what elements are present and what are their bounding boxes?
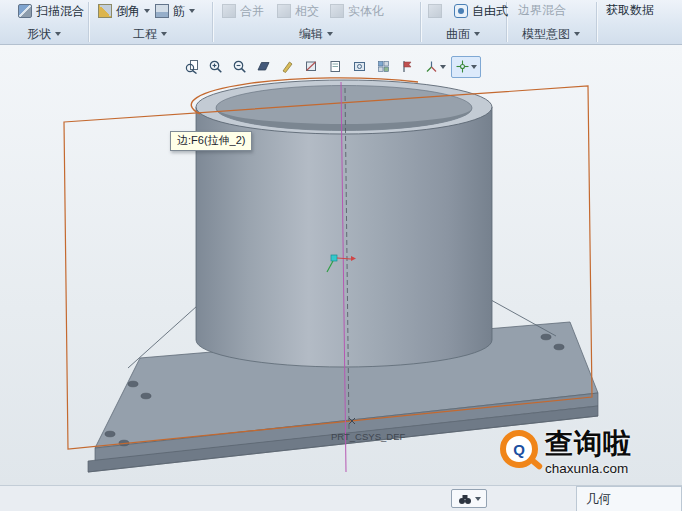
chevron-down-icon [161,32,167,36]
intersect-icon [277,4,291,18]
refit-icon [184,59,199,74]
graphics-toolbar [180,56,481,77]
ribbon-group-model-intent[interactable]: 模型意图 [506,26,596,42]
display-style-icon [256,59,271,74]
datum-display-button[interactable] [420,56,450,78]
datum-display-icon [424,59,439,74]
annotations-button[interactable] [396,56,419,78]
status-bar: 几何 [0,485,682,511]
chevron-down-icon [189,9,195,13]
section-button[interactable] [300,56,323,78]
ribbon: 扫描混合 倒角 筋 合并 相交 实体化 自由式 [0,0,682,45]
merge-icon [222,4,236,18]
watermark-title: 查询啦 [545,430,632,459]
ribbon-group-surface[interactable]: 曲面 [420,26,506,42]
saved-views-button[interactable] [324,56,347,78]
selection-filter-dropdown[interactable]: 几何 [576,486,682,511]
chevron-down-icon [574,32,580,36]
edge-selection-tooltip: 边:F6(拉伸_2) [170,131,252,151]
spin-center-icon [455,59,470,74]
3d-viewport[interactable]: PRT_CSYS_DEF [0,44,682,485]
repaint-icon [280,59,295,74]
freestyle-button[interactable]: 自由式 [450,1,512,21]
watermark: Q 查询啦 chaxunla.com [500,430,632,475]
chevron-down-icon [471,65,477,69]
solidify-button[interactable]: 实体化 [326,1,388,21]
ribbon-group-shape[interactable]: 形状 [0,26,88,42]
find-button[interactable] [451,489,487,508]
cad-application-window: 扫描混合 倒角 筋 合并 相交 实体化 自由式 [0,0,682,511]
ribbon-group-engineering[interactable]: 工程 [88,26,212,42]
capture-button[interactable] [348,56,371,78]
saved-views-icon [328,59,343,74]
zoom-in-button[interactable] [204,56,227,78]
view-manager-icon [376,59,391,74]
capture-icon [352,59,367,74]
chevron-down-icon [55,32,61,36]
rib-icon [155,4,169,18]
refit-button[interactable] [180,56,203,78]
chamfer-button[interactable]: 倒角 [94,1,154,21]
chevron-down-icon [475,497,481,501]
merge-button[interactable]: 合并 [218,1,268,21]
watermark-magnifier-logo-icon: Q [500,430,538,468]
get-data-button[interactable]: 获取数据 [602,0,658,20]
sweep-blend-button[interactable]: 扫描混合 [14,1,88,21]
freestyle-icon [454,4,468,18]
binoculars-icon [458,492,472,506]
sweep-blend-icon [18,4,32,18]
zoom-out-button[interactable] [228,56,251,78]
rib-button[interactable]: 筋 [151,1,199,21]
spin-center-button[interactable] [451,56,481,78]
chevron-down-icon [327,32,333,36]
fill-icon [428,4,442,18]
graphics-area: PRT_CSYS_DEF [0,44,682,485]
boundary-blend-button[interactable]: 边界混合 [514,0,570,20]
chevron-down-icon [440,65,446,69]
repaint-button[interactable] [276,56,299,78]
chevron-down-icon [144,9,150,13]
intersect-button[interactable]: 相交 [273,1,323,21]
watermark-site: chaxunla.com [545,462,632,476]
csys-label[interactable]: PRT_CSYS_DEF [331,431,405,442]
annotations-icon [400,59,415,74]
ribbon-group-edit[interactable]: 编辑 [212,26,420,42]
fill-button[interactable] [424,1,446,21]
magnifier-handle-icon [530,458,544,471]
group-separator [596,2,597,42]
solidify-icon [330,4,344,18]
zoom-in-icon [208,59,223,74]
chamfer-icon [98,4,112,18]
display-style-button[interactable] [252,56,275,78]
chevron-down-icon [474,32,480,36]
section-icon [304,59,319,74]
view-manager-button[interactable] [372,56,395,78]
zoom-out-icon [232,59,247,74]
